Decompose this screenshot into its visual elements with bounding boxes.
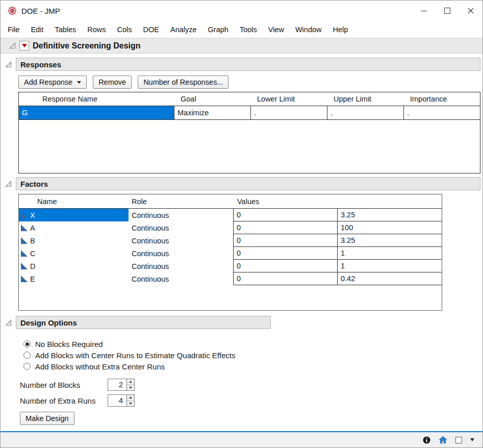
factor-value-high-cell[interactable]: 100 [338, 221, 442, 234]
number-of-extra-runs-value[interactable]: 4 [108, 394, 127, 407]
disclosure-triangle-icon[interactable] [5, 319, 12, 326]
radio-label: Add Blocks with Center Runs to Estimate … [35, 351, 235, 360]
design-options-section-bar[interactable]: Design Options [16, 316, 271, 329]
factor-name-cell[interactable]: A [19, 221, 129, 234]
arrow-down-icon [470, 438, 474, 441]
number-of-responses-button[interactable]: Number of Responses... [138, 76, 228, 89]
factor-role-cell[interactable]: Continuous [129, 221, 233, 234]
factors-table-header: Name Role Values [19, 194, 442, 209]
menu-item-tables[interactable]: Tables [49, 22, 82, 37]
factor-name-cell[interactable]: D [19, 260, 129, 272]
factor-role-cell[interactable]: Continuous [129, 272, 233, 285]
number-of-blocks-value[interactable]: 2 [108, 379, 127, 391]
response-goal-cell[interactable]: Maximize [174, 106, 251, 120]
column-header-goal: Goal [174, 95, 251, 103]
design-options-header-row: Design Options [1, 316, 482, 329]
column-header-response-name: Response Name [19, 95, 174, 103]
factor-value-high-cell[interactable]: 1 [338, 260, 442, 272]
factor-name-cell[interactable]: X [19, 209, 129, 221]
spinner-up-button[interactable] [127, 379, 134, 385]
factor-name-cell[interactable]: E [19, 272, 129, 285]
menu-item-window[interactable]: Window [290, 22, 327, 37]
table-row: E Continuous 0 0.42 [19, 272, 442, 285]
menu-item-view[interactable]: View [263, 22, 290, 37]
spinner-down-button[interactable] [127, 385, 134, 391]
factor-value-high-cell[interactable]: 3.25 [338, 234, 442, 247]
number-of-blocks-stepper[interactable]: 2 [108, 379, 135, 391]
menu-item-help[interactable]: Help [327, 22, 354, 37]
red-triangle-menu-button[interactable] [19, 41, 29, 51]
table-row: C Continuous 0 1 [19, 247, 442, 260]
factor-role-cell[interactable]: Continuous [129, 260, 233, 272]
column-header-upper-limit: Upper Limit [327, 95, 404, 103]
close-button[interactable] [459, 1, 482, 21]
factor-value-high-cell[interactable]: 3.25 [338, 209, 442, 221]
response-name-cell[interactable]: G [19, 106, 174, 120]
menu-item-file[interactable]: File [2, 22, 25, 37]
disclosure-triangle-icon[interactable] [5, 61, 12, 68]
menu-bar: File Edit Tables Rows Cols DOE Analyze G… [1, 21, 482, 38]
dropdown-caret-icon[interactable] [470, 438, 474, 441]
status-bar [1, 431, 482, 447]
radio-label: Add Blocks without Extra Center Runs [35, 362, 165, 371]
table-row: X Continuous 0 3.25 [19, 209, 442, 221]
arrow-up-icon [129, 396, 132, 399]
radio-no-blocks-required[interactable]: No Blocks Required [23, 338, 482, 350]
disclosure-triangle-icon[interactable] [9, 42, 16, 49]
factor-value-high-cell[interactable]: 1 [338, 247, 442, 260]
menu-item-cols[interactable]: Cols [112, 22, 138, 37]
factor-role-cell[interactable]: Continuous [129, 209, 233, 221]
response-upper-limit-cell[interactable]: . [327, 106, 404, 120]
factors-table: Name Role Values X Continuous 0 3.25 A C… [18, 194, 442, 311]
disclosure-triangle-icon[interactable] [5, 181, 12, 187]
menu-item-rows[interactable]: Rows [82, 22, 111, 37]
minimize-button[interactable] [412, 1, 436, 21]
factor-value-high-cell[interactable]: 0.42 [338, 272, 442, 285]
number-of-extra-runs-row: Number of Extra Runs 4 [20, 394, 482, 407]
radio-button-icon[interactable] [23, 352, 31, 359]
continuous-factor-icon [21, 263, 28, 269]
window-list-checkbox[interactable] [455, 437, 462, 443]
factors-section-bar[interactable]: Factors [16, 177, 480, 190]
menu-item-analyze[interactable]: Analyze [165, 22, 202, 37]
responses-buttons-row: Add Response Remove Number of Responses.… [18, 76, 482, 89]
add-response-button[interactable]: Add Response [18, 76, 87, 89]
maximize-button[interactable] [436, 1, 459, 21]
red-triangle-icon [22, 44, 27, 47]
spinner-down-button[interactable] [127, 401, 134, 407]
section-title-design-options: Design Options [20, 318, 77, 327]
factor-value-low-cell[interactable]: 0 [233, 272, 338, 285]
report-body: Responses Add Response Remove Number of … [1, 54, 482, 431]
factor-name-cell[interactable]: C [19, 247, 129, 260]
menu-item-tools[interactable]: Tools [234, 22, 263, 37]
minimize-icon [421, 11, 427, 11]
menu-item-doe[interactable]: DOE [138, 22, 165, 37]
factor-name: B [30, 237, 35, 245]
factor-role-cell[interactable]: Continuous [129, 247, 233, 260]
menu-item-edit[interactable]: Edit [25, 22, 49, 37]
factor-role-cell[interactable]: Continuous [129, 234, 233, 247]
number-of-extra-runs-stepper[interactable]: 4 [108, 394, 135, 407]
radio-add-blocks-no-extra-center-runs[interactable]: Add Blocks without Extra Center Runs [23, 361, 482, 372]
menu-item-graph[interactable]: Graph [202, 22, 234, 37]
blocks-radio-group: No Blocks Required Add Blocks with Cente… [23, 338, 482, 372]
radio-button-icon[interactable] [23, 340, 31, 347]
factor-value-low-cell[interactable]: 0 [233, 209, 338, 221]
factor-value-low-cell[interactable]: 0 [233, 221, 338, 234]
factor-name-cell[interactable]: B [19, 234, 129, 247]
column-header-values: Values [233, 197, 442, 206]
spinner-up-button[interactable] [127, 395, 134, 401]
radio-add-blocks-center-runs[interactable]: Add Blocks with Center Runs to Estimate … [23, 350, 482, 361]
info-icon[interactable] [423, 436, 430, 444]
factor-value-low-cell[interactable]: 0 [233, 247, 338, 260]
responses-section-bar[interactable]: Responses [16, 58, 480, 71]
radio-button-icon[interactable] [23, 363, 31, 370]
responses-table-header: Response Name Goal Lower Limit Upper Lim… [19, 92, 480, 106]
home-icon[interactable] [439, 436, 447, 444]
response-lower-limit-cell[interactable]: . [251, 106, 327, 120]
make-design-button[interactable]: Make Design [20, 412, 74, 425]
factor-value-low-cell[interactable]: 0 [233, 260, 338, 272]
factor-value-low-cell[interactable]: 0 [233, 234, 338, 247]
remove-button[interactable]: Remove [93, 76, 132, 89]
response-importance-cell[interactable]: . [404, 106, 480, 120]
